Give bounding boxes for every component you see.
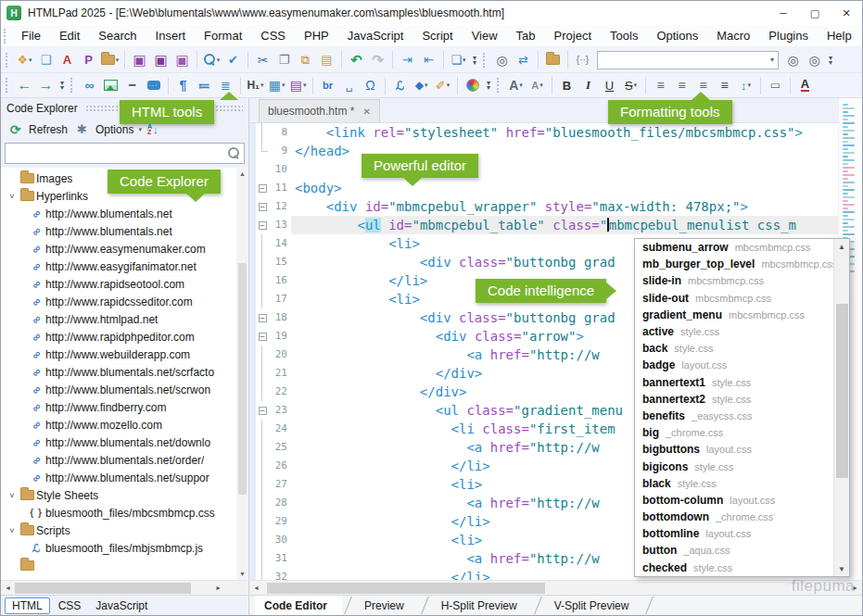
toolbar-drag-handle[interactable] [483,53,488,68]
clipboard-history-button[interactable]: ▤ [316,50,337,70]
new-php-document-button[interactable]: P [78,50,99,70]
navigate-back-button[interactable]: ← [14,75,35,95]
line-break-button[interactable]: br [317,75,338,95]
insert-script-button[interactable]: ℒ [389,75,411,95]
autocomplete-item[interactable]: submenu_arrowmbcsmbmcp.css [635,239,833,256]
strikethrough-button[interactable]: S▾ [620,75,641,95]
font-color-button[interactable]: A [794,75,816,95]
tree-item[interactable]: ˅Style Sheets [1,486,248,504]
menu-project[interactable]: Project [545,29,601,43]
autocomplete-item[interactable]: badgelayout.css [635,357,833,373]
scroll-right-icon[interactable]: ▸ [211,584,225,592]
find-next-button[interactable]: ◎ [804,50,825,70]
replace-button[interactable]: ⇄ [513,50,534,70]
fold-marker-icon[interactable]: – [256,401,269,420]
scroll-up-icon[interactable]: ▲ [239,168,246,180]
code-line[interactable]: –11<body> [249,179,862,197]
menu-insert[interactable]: Insert [146,29,196,43]
heading-button[interactable]: H₁▾ [245,75,266,95]
autocomplete-item[interactable]: bigiconsstyle.css [635,458,833,474]
navigate-forward-button[interactable]: → [35,75,57,95]
menu-options[interactable]: Options [647,29,707,43]
autocomplete-item[interactable]: big_chrome.css [635,424,833,441]
sidebar-tab-css[interactable]: CSS [52,598,88,613]
dropdown-arrow-icon[interactable]: ▾ [447,82,451,89]
gear-icon[interactable]: ✱ [71,119,93,140]
insert-paragraph-button[interactable]: ¶ [172,75,194,95]
autocomplete-item[interactable]: bannertext2style.css [635,391,833,408]
align-center-button[interactable]: ≡ [671,75,692,95]
toolbar-drag-handle[interactable] [6,53,10,68]
save-and-upload-button[interactable]: ▣ [171,50,193,70]
menu-tab[interactable]: Tab [507,29,545,43]
tree-item[interactable]: ∞http://www.rapidcsseditor.com [1,293,248,310]
undo-button[interactable]: ↶ [346,50,367,70]
refresh-button[interactable]: Refresh [29,123,68,136]
save-button[interactable]: ▣ [129,50,150,70]
italic-button[interactable]: I [577,75,599,95]
spell-check-button[interactable]: ✔ [222,50,244,70]
dropdown-arrow-icon[interactable]: ▾ [260,82,264,89]
scroll-down-icon[interactable]: ▼ [838,561,845,576]
code-line[interactable]: –13 <ul id="mbmcpebul_table" class="mbmc… [249,216,862,234]
autocomplete-item[interactable]: mb_burger_top_levelmbcsmbmcp.css [635,256,833,272]
dropdown-arrow-icon[interactable]: ▾ [303,82,307,89]
dropdown-arrow-icon[interactable]: ▾ [116,57,120,64]
code-line[interactable]: 10 [249,160,862,179]
dropdown-arrow-icon[interactable]: ▾ [519,82,523,89]
sidebar-hscrollbar[interactable]: ◂ ▸ [1,581,249,595]
expand-chevron-icon[interactable]: ˅ [6,526,18,535]
editor-tab-preview[interactable]: Preview [355,596,419,615]
fold-marker-icon[interactable]: – [256,308,269,327]
find-previous-button[interactable]: ◎ [782,50,804,70]
tree-item[interactable]: ∞http://www.easygifanimator.net [1,258,248,275]
tree-item[interactable]: ∞http://www.blumentals.net [1,205,248,222]
scroll-down-icon[interactable]: ▼ [239,568,246,580]
tree-item[interactable]: ∞http://www.blumentals.net/scrfacto [1,363,248,381]
menubar-drag-handle[interactable] [4,29,8,44]
insert-hyperlink-button[interactable]: ∞ [79,75,100,95]
search-term-combobox[interactable]: ▾ [597,51,779,69]
redo-button[interactable]: ↷ [367,50,388,70]
dropdown-arrow-icon[interactable]: ▾ [282,82,286,89]
menu-edit[interactable]: Edit [50,29,89,43]
quick-search-button[interactable]: ▾ [201,50,222,70]
sidebar-tab-html[interactable]: HTML [5,597,50,614]
menu-plugins[interactable]: Plugins [759,29,818,43]
tree-item[interactable]: ∞http://www.blumentals.net [1,222,248,240]
open-file-button[interactable]: ▾ [99,50,121,70]
insert-tag-button[interactable]: ◆▾ [411,75,432,95]
outdent-button[interactable]: ⇤ [418,50,439,70]
menu-file[interactable]: File [12,29,50,43]
scroll-left-icon[interactable]: ◂ [1,584,15,592]
dropdown-arrow-icon[interactable]: ▾ [539,82,543,89]
autocomplete-item[interactable]: backstyle.css [635,340,833,357]
autocomplete-item[interactable]: activestyle.css [635,323,833,340]
toolbar-overflow-button[interactable]: ▾▾ [829,56,832,65]
tree-item[interactable]: ∞http://www.findberry.com [1,398,248,416]
minimize-button[interactable]: ─ [768,1,799,25]
toolbar-overflow-button[interactable]: ▾▾ [487,81,490,90]
panels-layout-button[interactable]: ❏▾ [448,50,469,70]
insert-hr-button[interactable]: ━ [121,75,143,95]
editor-hscroll-thumb[interactable] [267,583,545,594]
cut-button[interactable]: ✂ [252,50,273,70]
explorer-search-input[interactable] [6,147,228,160]
underline-button[interactable]: U [599,75,620,95]
menu-format[interactable]: Format [195,29,251,43]
autocomplete-item[interactable]: bannertext1style.css [635,374,833,391]
autocomplete-item[interactable]: bottomlinelayout.css [635,525,833,542]
increase-font-button[interactable]: A▾ [505,75,527,95]
dropdown-arrow-icon[interactable]: ▾ [217,57,221,64]
code-line[interactable]: 9</head> [249,142,862,160]
line-spacing-button[interactable]: ↕▾ [735,75,756,95]
autocomplete-item[interactable]: button_aqua.css [635,542,833,559]
sidebar-vscrollbar[interactable]: ▲▼ [236,168,248,580]
menu-javascript[interactable]: JavaScript [338,29,413,43]
save-all-button[interactable]: ▣ [150,50,171,70]
expand-chevron-icon[interactable]: ˅ [6,192,18,201]
new-html-document-button[interactable]: A [57,50,78,70]
menu-css[interactable]: CSS [251,29,295,43]
tree-item[interactable]: ∞http://www.rapidseotool.com [1,275,248,293]
insert-image-button[interactable] [100,75,121,95]
